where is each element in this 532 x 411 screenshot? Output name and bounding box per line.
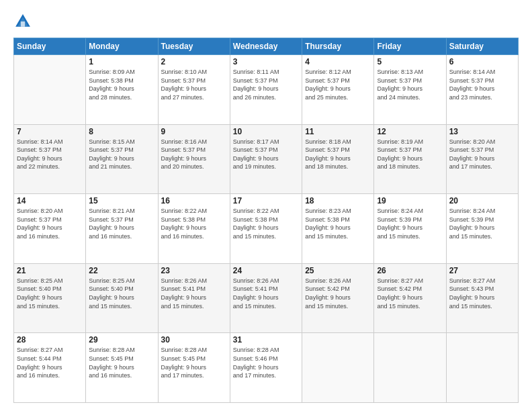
calendar-cell: 16Sunrise: 8:22 AMSunset: 5:38 PMDayligh… [158, 194, 230, 264]
calendar-cell: 6Sunrise: 8:14 AMSunset: 5:37 PMDaylight… [446, 55, 518, 125]
calendar-week-row: 28Sunrise: 8:27 AMSunset: 5:44 PMDayligh… [14, 333, 519, 403]
calendar-cell: 24Sunrise: 8:26 AMSunset: 5:41 PMDayligh… [230, 263, 302, 333]
calendar-cell: 18Sunrise: 8:23 AMSunset: 5:38 PMDayligh… [302, 194, 374, 264]
weekday-header: Monday [86, 38, 158, 55]
day-number: 24 [233, 266, 299, 275]
day-number: 23 [161, 266, 227, 275]
day-info: Sunrise: 8:26 AMSunset: 5:41 PMDaylight:… [161, 277, 227, 310]
day-number: 17 [233, 196, 299, 205]
calendar-cell: 15Sunrise: 8:21 AMSunset: 5:37 PMDayligh… [86, 194, 158, 264]
logo-icon [13, 12, 32, 31]
day-info: Sunrise: 8:11 AMSunset: 5:37 PMDaylight:… [233, 68, 299, 101]
logo [13, 12, 35, 31]
day-info: Sunrise: 8:22 AMSunset: 5:38 PMDaylight:… [233, 207, 299, 240]
svg-rect-2 [21, 21, 25, 27]
weekday-header: Saturday [446, 38, 518, 55]
calendar-cell: 13Sunrise: 8:20 AMSunset: 5:37 PMDayligh… [446, 124, 518, 194]
weekday-header: Thursday [302, 38, 374, 55]
calendar-cell [302, 333, 374, 403]
day-info: Sunrise: 8:22 AMSunset: 5:38 PMDaylight:… [161, 207, 227, 240]
day-number: 7 [17, 127, 83, 136]
day-number: 3 [233, 57, 299, 66]
day-number: 25 [305, 266, 371, 275]
day-number: 18 [305, 196, 371, 205]
calendar-cell: 31Sunrise: 8:28 AMSunset: 5:46 PMDayligh… [230, 333, 302, 403]
day-info: Sunrise: 8:28 AMSunset: 5:45 PMDaylight:… [89, 346, 154, 379]
calendar-cell: 1Sunrise: 8:09 AMSunset: 5:38 PMDaylight… [86, 55, 158, 125]
day-info: Sunrise: 8:26 AMSunset: 5:41 PMDaylight:… [233, 277, 299, 310]
weekday-header: Wednesday [230, 38, 302, 55]
day-info: Sunrise: 8:24 AMSunset: 5:39 PMDaylight:… [449, 207, 515, 240]
calendar-cell: 9Sunrise: 8:16 AMSunset: 5:37 PMDaylight… [158, 124, 230, 194]
day-number: 22 [89, 266, 154, 275]
calendar-cell: 17Sunrise: 8:22 AMSunset: 5:38 PMDayligh… [230, 194, 302, 264]
calendar-cell: 12Sunrise: 8:19 AMSunset: 5:37 PMDayligh… [374, 124, 446, 194]
day-number: 5 [377, 57, 443, 66]
day-number: 11 [305, 127, 371, 136]
calendar-cell [446, 333, 518, 403]
calendar-cell: 26Sunrise: 8:27 AMSunset: 5:42 PMDayligh… [374, 263, 446, 333]
day-info: Sunrise: 8:23 AMSunset: 5:38 PMDaylight:… [305, 207, 371, 240]
calendar-cell: 20Sunrise: 8:24 AMSunset: 5:39 PMDayligh… [446, 194, 518, 264]
day-number: 6 [449, 57, 515, 66]
calendar-week-row: 7Sunrise: 8:14 AMSunset: 5:37 PMDaylight… [14, 124, 519, 194]
day-info: Sunrise: 8:15 AMSunset: 5:37 PMDaylight:… [89, 138, 154, 171]
day-number: 8 [89, 127, 154, 136]
day-info: Sunrise: 8:19 AMSunset: 5:37 PMDaylight:… [377, 138, 443, 171]
day-info: Sunrise: 8:16 AMSunset: 5:37 PMDaylight:… [161, 138, 227, 171]
calendar-cell: 2Sunrise: 8:10 AMSunset: 5:37 PMDaylight… [158, 55, 230, 125]
day-number: 4 [305, 57, 371, 66]
page: SundayMondayTuesdayWednesdayThursdayFrid… [0, 0, 532, 411]
day-number: 15 [89, 196, 154, 205]
day-info: Sunrise: 8:21 AMSunset: 5:37 PMDaylight:… [89, 207, 154, 240]
day-info: Sunrise: 8:09 AMSunset: 5:38 PMDaylight:… [89, 68, 154, 101]
calendar-week-row: 1Sunrise: 8:09 AMSunset: 5:38 PMDaylight… [14, 55, 519, 125]
day-number: 29 [89, 335, 154, 345]
day-number: 20 [449, 196, 515, 205]
day-info: Sunrise: 8:10 AMSunset: 5:37 PMDaylight:… [161, 68, 227, 101]
calendar-cell: 29Sunrise: 8:28 AMSunset: 5:45 PMDayligh… [86, 333, 158, 403]
day-info: Sunrise: 8:20 AMSunset: 5:37 PMDaylight:… [17, 207, 83, 240]
day-info: Sunrise: 8:25 AMSunset: 5:40 PMDaylight:… [17, 277, 83, 310]
calendar-cell: 28Sunrise: 8:27 AMSunset: 5:44 PMDayligh… [14, 333, 86, 403]
calendar-cell: 7Sunrise: 8:14 AMSunset: 5:37 PMDaylight… [14, 124, 86, 194]
day-info: Sunrise: 8:24 AMSunset: 5:39 PMDaylight:… [377, 207, 443, 240]
calendar-cell: 22Sunrise: 8:25 AMSunset: 5:40 PMDayligh… [86, 263, 158, 333]
day-number: 2 [161, 57, 227, 66]
day-info: Sunrise: 8:28 AMSunset: 5:46 PMDaylight:… [233, 346, 299, 379]
day-number: 13 [449, 127, 515, 136]
day-number: 19 [377, 196, 443, 205]
day-info: Sunrise: 8:14 AMSunset: 5:37 PMDaylight:… [449, 68, 515, 101]
calendar-cell: 25Sunrise: 8:26 AMSunset: 5:42 PMDayligh… [302, 263, 374, 333]
calendar-cell: 10Sunrise: 8:17 AMSunset: 5:37 PMDayligh… [230, 124, 302, 194]
calendar-cell: 27Sunrise: 8:27 AMSunset: 5:43 PMDayligh… [446, 263, 518, 333]
day-number: 12 [377, 127, 443, 136]
day-info: Sunrise: 8:27 AMSunset: 5:43 PMDaylight:… [449, 277, 515, 310]
calendar-cell: 21Sunrise: 8:25 AMSunset: 5:40 PMDayligh… [14, 263, 86, 333]
day-number: 28 [17, 335, 83, 345]
day-info: Sunrise: 8:20 AMSunset: 5:37 PMDaylight:… [449, 138, 515, 171]
calendar-cell: 5Sunrise: 8:13 AMSunset: 5:37 PMDaylight… [374, 55, 446, 125]
day-info: Sunrise: 8:14 AMSunset: 5:37 PMDaylight:… [17, 138, 83, 171]
calendar-cell [374, 333, 446, 403]
day-info: Sunrise: 8:18 AMSunset: 5:37 PMDaylight:… [305, 138, 371, 171]
calendar-cell: 23Sunrise: 8:26 AMSunset: 5:41 PMDayligh… [158, 263, 230, 333]
calendar-cell [14, 55, 86, 125]
day-info: Sunrise: 8:25 AMSunset: 5:40 PMDaylight:… [89, 277, 154, 310]
day-number: 27 [449, 266, 515, 275]
day-number: 1 [89, 57, 154, 66]
day-info: Sunrise: 8:17 AMSunset: 5:37 PMDaylight:… [233, 138, 299, 171]
weekday-header: Sunday [14, 38, 86, 55]
day-number: 26 [377, 266, 443, 275]
calendar-cell: 30Sunrise: 8:28 AMSunset: 5:45 PMDayligh… [158, 333, 230, 403]
day-number: 31 [233, 335, 299, 345]
calendar-cell: 3Sunrise: 8:11 AMSunset: 5:37 PMDaylight… [230, 55, 302, 125]
calendar-table: SundayMondayTuesdayWednesdayThursdayFrid… [13, 38, 519, 403]
day-info: Sunrise: 8:27 AMSunset: 5:42 PMDaylight:… [377, 277, 443, 310]
day-number: 21 [17, 266, 83, 275]
day-info: Sunrise: 8:26 AMSunset: 5:42 PMDaylight:… [305, 277, 371, 310]
header [13, 12, 519, 31]
day-number: 10 [233, 127, 299, 136]
calendar-week-row: 14Sunrise: 8:20 AMSunset: 5:37 PMDayligh… [14, 194, 519, 264]
day-number: 14 [17, 196, 83, 205]
